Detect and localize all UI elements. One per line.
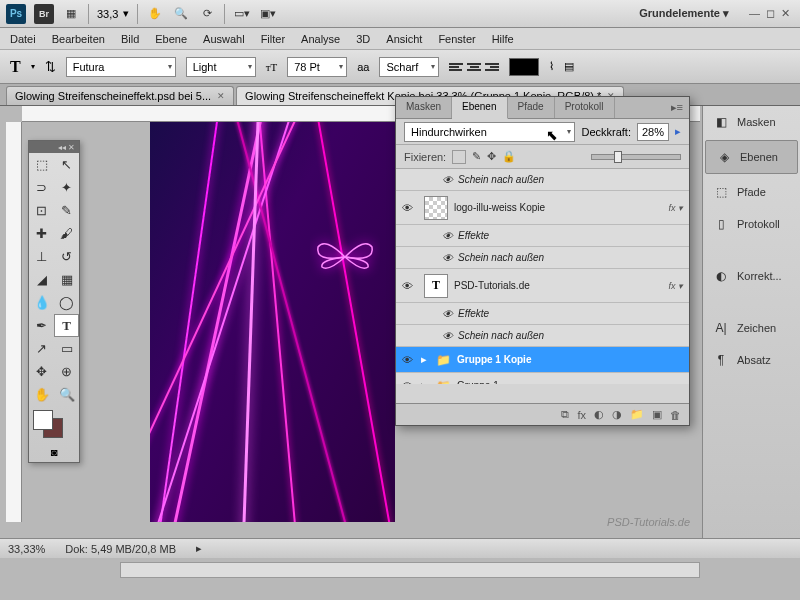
layer-row[interactable]: 👁Schein nach außen xyxy=(396,325,689,347)
orientation-icon[interactable]: ⇅ xyxy=(45,59,56,74)
lock-pixels-icon[interactable]: ✎ xyxy=(472,150,481,163)
menu-filter[interactable]: Filter xyxy=(261,33,285,45)
zoom-icon[interactable]: 🔍 xyxy=(172,5,190,23)
grid-icon[interactable]: ▦ xyxy=(62,5,80,23)
new-layer-icon[interactable]: ▣ xyxy=(652,408,662,421)
menu-datei[interactable]: Datei xyxy=(10,33,36,45)
menu-hilfe[interactable]: Hilfe xyxy=(492,33,514,45)
opacity-input[interactable]: 28% xyxy=(637,123,669,141)
menu-fenster[interactable]: Fenster xyxy=(438,33,475,45)
dock-ebenen[interactable]: ◈Ebenen xyxy=(705,140,798,174)
arrange-icon[interactable]: ▭▾ xyxy=(233,5,251,23)
new-group-icon[interactable]: 📁 xyxy=(630,408,644,421)
align-center-icon[interactable] xyxy=(467,63,481,71)
warp-text-icon[interactable]: ⌇ xyxy=(549,60,554,73)
align-right-icon[interactable] xyxy=(485,63,499,71)
canvas[interactable] xyxy=(150,122,395,522)
font-weight-select[interactable]: Light xyxy=(186,57,256,77)
layer-thumb[interactable] xyxy=(424,196,448,220)
3d-orbit-icon[interactable]: ⊕ xyxy=(54,360,79,383)
document-tab[interactable]: Glowing Streifenscheineffekt.psd bei 5..… xyxy=(6,86,234,105)
dock-zeichen[interactable]: A|Zeichen xyxy=(703,312,800,344)
layer-thumb[interactable]: T xyxy=(424,274,448,298)
type-tool-icon[interactable]: T xyxy=(54,314,79,337)
panel-menu-icon[interactable]: ▸≡ xyxy=(665,97,689,118)
layer-row[interactable]: 👁Effekte xyxy=(396,225,689,247)
visibility-icon[interactable]: 👁 xyxy=(436,330,458,342)
ps-logo-icon[interactable]: Ps xyxy=(6,4,26,24)
align-left-icon[interactable] xyxy=(449,63,463,71)
close-tab-icon[interactable]: ✕ xyxy=(217,91,225,101)
move-tool-icon[interactable]: ↖ xyxy=(54,153,79,176)
link-layers-icon[interactable]: ⧉ xyxy=(561,408,569,421)
dock-absatz[interactable]: ¶Absatz xyxy=(703,344,800,376)
delete-layer-icon[interactable]: 🗑 xyxy=(670,409,681,421)
quickmask-icon[interactable]: ◙ xyxy=(29,442,79,462)
minimize-icon[interactable]: — xyxy=(749,7,760,20)
zoom-level[interactable]: 33,3 ▾ xyxy=(97,7,129,20)
3d-tool-icon[interactable]: ✥ xyxy=(29,360,54,383)
maximize-icon[interactable]: ◻ xyxy=(766,7,775,20)
fx-badge[interactable]: fx ▾ xyxy=(668,203,683,213)
rotate-icon[interactable]: ⟳ xyxy=(198,5,216,23)
visibility-icon[interactable]: 👁 xyxy=(436,308,458,320)
stamp-tool-icon[interactable]: ⊥ xyxy=(29,245,54,268)
layer-row[interactable]: 👁logo-illu-weiss Kopiefx ▾ xyxy=(396,191,689,225)
gradient-tool-icon[interactable]: ▦ xyxy=(54,268,79,291)
shape-tool-icon[interactable]: ▭ xyxy=(54,337,79,360)
color-swatches[interactable] xyxy=(29,406,79,442)
layer-row[interactable]: 👁▸📁Gruppe 1 xyxy=(396,373,689,384)
dock-protokoll[interactable]: ▯Protokoll xyxy=(703,208,800,240)
visibility-icon[interactable]: 👁 xyxy=(436,230,458,242)
toolbox-collapse-icon[interactable]: ◂◂ ✕ xyxy=(58,143,75,152)
eraser-tool-icon[interactable]: ◢ xyxy=(29,268,54,291)
fx-badge[interactable]: fx ▾ xyxy=(668,281,683,291)
lock-all-icon[interactable]: 🔒 xyxy=(502,150,516,163)
visibility-icon[interactable]: 👁 xyxy=(396,380,418,385)
panel-tab-ebenen[interactable]: Ebenen xyxy=(452,97,507,119)
layer-row[interactable]: 👁Schein nach außen xyxy=(396,247,689,269)
menu-ebene[interactable]: Ebene xyxy=(155,33,187,45)
wand-tool-icon[interactable]: ✦ xyxy=(54,176,79,199)
history-brush-icon[interactable]: ↺ xyxy=(54,245,79,268)
lock-pos-icon[interactable]: ✥ xyxy=(487,150,496,163)
visibility-icon[interactable]: 👁 xyxy=(436,252,458,264)
bridge-icon[interactable]: Br xyxy=(34,4,54,24)
visibility-icon[interactable]: 👁 xyxy=(396,202,418,214)
status-docsize[interactable]: Dok: 5,49 MB/20,8 MB xyxy=(65,543,176,555)
visibility-icon[interactable]: 👁 xyxy=(396,354,418,366)
lock-trans-icon[interactable] xyxy=(452,150,466,164)
visibility-icon[interactable]: 👁 xyxy=(436,174,458,186)
dodge-tool-icon[interactable]: ◯ xyxy=(54,291,79,314)
antialias-select[interactable]: Scharf xyxy=(379,57,439,77)
menu-3d[interactable]: 3D xyxy=(356,33,370,45)
fill-slider[interactable] xyxy=(591,154,681,160)
type-tool-icon[interactable]: T xyxy=(10,58,21,76)
zoom-tool-icon[interactable]: 🔍 xyxy=(54,383,79,406)
layer-row[interactable]: 👁▸📁Gruppe 1 Kopie xyxy=(396,347,689,373)
font-size-select[interactable]: 78 Pt xyxy=(287,57,347,77)
opacity-flyout-icon[interactable]: ▸ xyxy=(675,125,681,138)
char-panel-icon[interactable]: ▤ xyxy=(564,60,574,73)
layer-row[interactable]: 👁Effekte xyxy=(396,303,689,325)
menu-ansicht[interactable]: Ansicht xyxy=(386,33,422,45)
dock-pfade[interactable]: ⬚Pfade xyxy=(703,176,800,208)
marquee-tool-icon[interactable]: ⬚ xyxy=(29,153,54,176)
close-icon[interactable]: ✕ xyxy=(781,7,790,20)
workspace-selector[interactable]: Grundelemente ▾ xyxy=(631,3,737,24)
crop-tool-icon[interactable]: ⊡ xyxy=(29,199,54,222)
dock-korrekturen[interactable]: ◐Korrekt... xyxy=(703,260,800,292)
pen-tool-icon[interactable]: ✒ xyxy=(29,314,54,337)
layer-mask-icon[interactable]: ◐ xyxy=(594,408,604,421)
status-zoom[interactable]: 33,33% xyxy=(8,543,45,555)
font-family-select[interactable]: Futura xyxy=(66,57,176,77)
menu-bearbeiten[interactable]: Bearbeiten xyxy=(52,33,105,45)
layer-fx-icon[interactable]: fx xyxy=(577,409,586,421)
menu-bild[interactable]: Bild xyxy=(121,33,139,45)
ruler-vertical[interactable] xyxy=(6,122,22,522)
brush-tool-icon[interactable]: 🖌 xyxy=(54,222,79,245)
panel-tab-protokoll[interactable]: Protokoll xyxy=(555,97,615,118)
layer-row[interactable]: 👁Schein nach außen xyxy=(396,169,689,191)
lasso-tool-icon[interactable]: ⊃ xyxy=(29,176,54,199)
menu-auswahl[interactable]: Auswahl xyxy=(203,33,245,45)
